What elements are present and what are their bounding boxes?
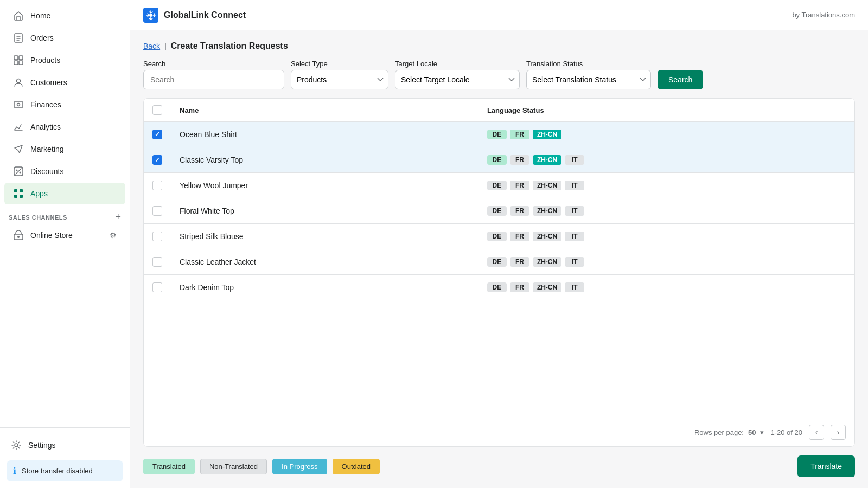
language-badge: IT (565, 181, 584, 190)
row-checkbox-cell (144, 147, 171, 173)
table-footer: Rows per page: 50 ▾ 1-20 of 20 ‹ › (144, 418, 854, 446)
language-badge: FR (510, 282, 529, 292)
search-label: Search (143, 60, 284, 68)
row-badges-cell: DEFRZH-CNIT (478, 198, 854, 224)
sidebar-item-label-discounts: Discounts (30, 167, 63, 176)
row-checkbox-3[interactable] (152, 181, 162, 190)
row-checkbox-6[interactable] (152, 257, 162, 267)
select-type-label: Select Type (291, 60, 388, 68)
prev-page-button[interactable]: ‹ (809, 425, 824, 440)
sidebar-item-label-products: Products (30, 56, 60, 65)
store-transfer-notice: ℹ Store transfer disabled (7, 460, 123, 481)
page-footer: Translated Non-Translated In Progress Ou… (143, 447, 855, 477)
language-badge: FR (510, 232, 529, 241)
row-checkbox-2[interactable] (152, 155, 162, 165)
sidebar-item-label-marketing: Marketing (30, 145, 63, 153)
row-name-cell: Classic Leather Jacket (171, 249, 478, 275)
online-store-nav-item[interactable]: Online Store ⚙ (4, 226, 125, 245)
svg-point-15 (17, 236, 20, 238)
translate-button[interactable]: Translate (797, 455, 855, 477)
table-row: Yellow Wool Jumper DEFRZH-CNIT (144, 173, 854, 198)
row-checkbox-cell (144, 249, 171, 275)
rows-per-page-chevron-icon[interactable]: ▾ (760, 428, 764, 436)
target-locale-dropdown[interactable]: Select Target Locale (395, 70, 520, 89)
row-checkbox-4[interactable] (152, 206, 162, 216)
language-badge: IT (565, 257, 584, 267)
settings-nav-item[interactable]: Settings (7, 434, 123, 456)
legend-non-translated[interactable]: Non-Translated (200, 459, 267, 474)
translation-status-dropdown[interactable]: Select Translation Status (526, 70, 651, 89)
sidebar-item-apps[interactable]: Apps (4, 183, 125, 204)
sales-channels-title: SALES CHANNELS (9, 214, 67, 221)
translation-status-group: Translation Status Select Translation St… (526, 60, 651, 89)
sidebar-item-home[interactable]: Home (4, 5, 125, 27)
table-body: Ocean Blue Shirt DEFRZH-CN Classic Varsi… (144, 122, 854, 300)
page-range: 1-20 of 20 (770, 428, 802, 436)
sidebar-item-discounts[interactable]: Discounts (4, 160, 125, 182)
row-checkbox-cell (144, 173, 171, 198)
svg-point-5 (17, 79, 21, 83)
language-badge: ZH-CN (533, 130, 561, 139)
table-row: Ocean Blue Shirt DEFRZH-CN (144, 122, 854, 147)
row-badges-cell: DEFRZH-CNIT (478, 275, 854, 300)
select-all-checkbox[interactable] (152, 105, 162, 115)
sidebar-item-orders[interactable]: Orders (4, 27, 125, 49)
language-badge: ZH-CN (533, 206, 561, 216)
back-link[interactable]: Back (143, 42, 160, 50)
settings-cog-icon[interactable]: ⚙ (110, 231, 117, 240)
table-scroll: Name Language Status Ocean Blue Shirt DE… (144, 99, 854, 418)
search-input[interactable] (143, 70, 284, 89)
language-badge: IT (565, 232, 584, 241)
language-badge: DE (487, 232, 507, 241)
row-name-cell: Floral White Top (171, 198, 478, 224)
language-badges: DEFRZH-CNIT (487, 232, 846, 241)
main-content: GlobalLink Connect by Translations.com B… (130, 0, 868, 488)
row-checkbox-cell (144, 198, 171, 224)
globallink-logo (143, 8, 158, 23)
name-column-header: Name (171, 99, 478, 122)
language-badges: DEFRZH-CNIT (487, 181, 846, 190)
settings-icon (11, 440, 22, 451)
products-icon (13, 55, 24, 66)
select-type-group: Select Type Products Pages Blogs Collect… (291, 60, 388, 89)
table-header: Name Language Status (144, 99, 854, 122)
row-badges-cell: DEFRZH-CNIT (478, 249, 854, 275)
legend-translated[interactable]: Translated (143, 459, 195, 474)
svg-rect-3 (14, 61, 18, 65)
sidebar-item-products[interactable]: Products (4, 49, 125, 71)
svg-point-18 (149, 14, 152, 17)
page-content: Back | Create Translation Requests Searc… (130, 30, 868, 488)
select-all-th (144, 99, 171, 122)
language-badge: FR (510, 206, 529, 216)
app-header: GlobalLink Connect by Translations.com (130, 0, 868, 30)
app-byline: by Translations.com (792, 11, 855, 19)
row-name-cell: Yellow Wool Jumper (171, 173, 478, 198)
sales-channels-header: SALES CHANNELS + (0, 205, 130, 225)
row-checkbox-7[interactable] (152, 282, 162, 292)
row-checkbox-1[interactable] (152, 130, 162, 139)
rows-per-page-label: Rows per page: 50 ▾ (694, 428, 764, 436)
search-button[interactable]: Search (658, 70, 703, 89)
row-checkbox-5[interactable] (152, 232, 162, 241)
next-page-button[interactable]: › (831, 425, 846, 440)
legend-outdated[interactable]: Outdated (333, 459, 380, 474)
language-badge: FR (510, 257, 529, 267)
table-row: Dark Denim Top DEFRZH-CNIT (144, 275, 854, 300)
settings-label: Settings (28, 441, 56, 450)
sidebar-item-analytics[interactable]: Analytics (4, 116, 125, 138)
svg-point-6 (17, 104, 20, 106)
sidebar-item-finances[interactable]: Finances (4, 94, 125, 115)
sidebar-item-label-customers: Customers (30, 78, 67, 87)
select-type-dropdown[interactable]: Products Pages Blogs Collections (291, 70, 388, 89)
target-locale-label: Target Locale (395, 60, 520, 68)
sidebar-item-marketing[interactable]: Marketing (4, 138, 125, 160)
svg-rect-12 (14, 195, 17, 198)
row-name-cell: Ocean Blue Shirt (171, 122, 478, 147)
table-row: Classic Leather Jacket DEFRZH-CNIT (144, 249, 854, 275)
products-table: Name Language Status Ocean Blue Shirt DE… (144, 99, 854, 300)
language-badge: ZH-CN (533, 155, 561, 165)
add-sales-channel-icon[interactable]: + (115, 211, 121, 223)
legend-in-progress[interactable]: In Progress (272, 459, 327, 474)
sidebar-item-customers[interactable]: Customers (4, 72, 125, 93)
language-badge: FR (510, 155, 529, 165)
